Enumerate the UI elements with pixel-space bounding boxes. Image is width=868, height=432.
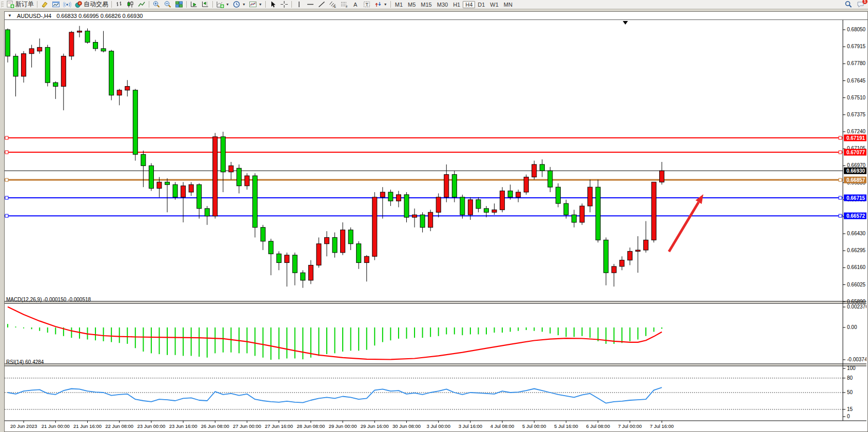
timeframe-button-D1[interactable]: D1 [475, 2, 487, 8]
crosshair-button[interactable] [279, 0, 290, 9]
equidistant-channel-button[interactable]: E [327, 0, 339, 9]
price-tick-label: 0.66160 [847, 264, 866, 270]
auto-trading-label: 自动交易 [84, 0, 108, 9]
tile-windows-icon [175, 1, 183, 8]
tile-windows-button[interactable] [173, 0, 185, 9]
line-handle[interactable] [5, 151, 8, 154]
candle [564, 203, 568, 215]
arrows-button[interactable]: ▼ [372, 0, 389, 9]
auto-scroll-button[interactable] [188, 0, 200, 9]
pane-separator[interactable] [5, 364, 866, 366]
line-handle[interactable] [839, 214, 842, 217]
timeframe-button-MN[interactable]: MN [501, 2, 515, 8]
candle [45, 47, 50, 83]
candle [292, 255, 297, 273]
search-icon[interactable] [844, 1, 853, 8]
zoom-out-button[interactable] [162, 0, 173, 9]
timeframe-button-H1[interactable]: H1 [450, 2, 463, 8]
horizontal-line-button[interactable] [305, 0, 316, 9]
candle [364, 256, 369, 262]
auto-scroll-icon [190, 1, 198, 8]
price-tick-label: 0.66025 [847, 282, 866, 287]
price-tick-label: 0.67915 [847, 44, 866, 49]
main-toolbar: 新订单 自动交易 ▼ ▼ [0, 0, 868, 9]
new-order-button[interactable]: 新订单 [5, 0, 35, 9]
timeframe-button-W1[interactable]: W1 [487, 2, 501, 8]
time-tick-label: 20 Jun 2023 [10, 423, 37, 429]
bar-chart-icon [115, 1, 123, 8]
macd-axis-label: 0.00 [847, 324, 857, 330]
chat-icon[interactable]: 1 [857, 1, 865, 8]
templates-button[interactable]: ▼ [247, 0, 264, 9]
bar-chart-button[interactable] [113, 0, 125, 9]
zoom-in-button[interactable] [151, 0, 162, 9]
svg-text:F: F [346, 5, 348, 8]
candle [484, 209, 489, 212]
candle [29, 49, 34, 54]
vertical-line-button[interactable] [293, 0, 305, 9]
text-button[interactable]: A [350, 0, 361, 9]
candlestick-chart-button[interactable] [125, 0, 136, 9]
pane-separator[interactable] [5, 301, 866, 303]
time-tick-label: 7 Jul 00:00 [618, 423, 642, 429]
line-handle[interactable] [839, 196, 842, 199]
candle [620, 260, 624, 266]
candle [189, 184, 193, 192]
indicators-button[interactable]: ▼ [214, 0, 231, 9]
timeframe-button-M5[interactable]: M5 [405, 2, 418, 8]
candle [436, 197, 441, 212]
periods-button[interactable]: ▼ [231, 0, 247, 9]
candle [596, 187, 600, 240]
timeframe-button-M1[interactable]: M1 [392, 2, 405, 8]
timeframe-button-M30[interactable]: M30 [435, 2, 450, 8]
line-handle[interactable] [839, 178, 842, 181]
candle [229, 166, 233, 172]
time-tick-label: 5 Jul 16:00 [554, 423, 578, 429]
auto-trading-icon [74, 1, 83, 8]
timeframe-group: M1M5M15M30H1H4D1W1MN [392, 1, 515, 8]
collapse-triangle-icon[interactable]: ▼ [8, 13, 12, 18]
candle [380, 192, 385, 197]
candle [611, 266, 616, 273]
chart-canvas[interactable]: 0.680500.679150.677800.676450.675100.673… [5, 20, 866, 431]
cursor-button[interactable] [267, 0, 279, 9]
dropdown-caret-icon: ▼ [384, 3, 387, 6]
line-handle[interactable] [5, 178, 8, 181]
highlighter-button[interactable] [39, 0, 50, 9]
candlestick-chart-icon [126, 1, 134, 8]
toolbar-separator [186, 1, 187, 8]
line-handle[interactable] [839, 136, 842, 139]
auto-trading-button[interactable]: 自动交易 [73, 0, 110, 9]
fibonacci-button[interactable]: F [339, 0, 350, 9]
timeframe-button-M15[interactable]: M15 [418, 2, 434, 8]
candle [109, 51, 114, 95]
indicators-icon [216, 1, 224, 8]
line-handle[interactable] [5, 136, 8, 139]
trendline-button[interactable] [316, 0, 327, 9]
price-tick-label: 0.68050 [847, 27, 866, 32]
candle [253, 176, 258, 228]
svg-text:E: E [334, 5, 336, 8]
zoom-out-icon [164, 1, 172, 8]
candle [627, 251, 632, 260]
candle [101, 49, 106, 51]
cursor-icon [269, 1, 277, 8]
candle [61, 56, 66, 87]
line-handle[interactable] [5, 196, 8, 199]
line-chart-button[interactable] [136, 0, 147, 9]
timeframe-button-H4[interactable]: H4 [463, 1, 475, 8]
svg-text:0.66857: 0.66857 [846, 177, 865, 183]
candle [660, 171, 664, 182]
chart-shift-button[interactable] [200, 0, 211, 9]
price-tick-label: 0.65890 [847, 299, 866, 304]
line-handle[interactable] [5, 214, 8, 217]
periods-clock-icon [232, 1, 241, 8]
chart-window-icon [52, 1, 60, 8]
signal-button[interactable] [62, 0, 73, 9]
label-button[interactable]: T [361, 0, 372, 9]
chart-window-button[interactable] [50, 0, 62, 9]
candle [308, 265, 313, 280]
line-handle[interactable] [839, 151, 842, 154]
candle [53, 83, 58, 86]
candle [332, 237, 337, 252]
